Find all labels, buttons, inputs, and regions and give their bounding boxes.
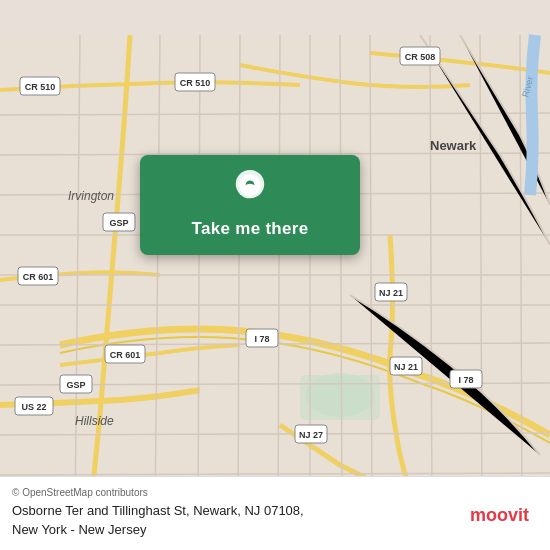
address-line-1: Osborne Ter and Tillinghast St, Newark, … (12, 502, 458, 521)
svg-text:Newark: Newark (430, 138, 477, 153)
svg-text:Hillside: Hillside (75, 414, 114, 428)
svg-text:GSP: GSP (109, 218, 128, 228)
moovit-logo-svg: moovit (468, 499, 538, 529)
svg-text:GSP: GSP (66, 380, 85, 390)
svg-text:NJ 21: NJ 21 (379, 288, 403, 298)
svg-text:I 78: I 78 (458, 375, 473, 385)
svg-text:CR 601: CR 601 (110, 350, 141, 360)
moovit-logo: moovit (468, 499, 538, 529)
svg-text:moovit: moovit (470, 505, 529, 525)
svg-text:CR 508: CR 508 (405, 52, 436, 62)
svg-rect-2 (300, 375, 380, 420)
svg-text:NJ 27: NJ 27 (299, 430, 323, 440)
copyright-text: © OpenStreetMap contributors (12, 487, 458, 498)
svg-text:CR 510: CR 510 (180, 78, 211, 88)
bottom-bar: © OpenStreetMap contributors Osborne Ter… (0, 476, 550, 550)
address-line-2: New York - New Jersey (12, 521, 458, 540)
svg-text:NJ 21: NJ 21 (394, 362, 418, 372)
cta-overlay: Take me there (140, 155, 360, 255)
svg-text:Irvington: Irvington (68, 189, 114, 203)
map-pin-icon (230, 169, 270, 209)
svg-text:US 22: US 22 (21, 402, 46, 412)
svg-text:I 78: I 78 (254, 334, 269, 344)
map-background: CR 510 CR 510 CR 508 GSP GSP CR 601 CR 6… (0, 0, 550, 550)
svg-text:CR 510: CR 510 (25, 82, 56, 92)
map-container: CR 510 CR 510 CR 508 GSP GSP CR 601 CR 6… (0, 0, 550, 550)
svg-text:CR 601: CR 601 (23, 272, 54, 282)
address-block: © OpenStreetMap contributors Osborne Ter… (12, 487, 458, 540)
take-me-there-button[interactable]: Take me there (192, 219, 309, 239)
